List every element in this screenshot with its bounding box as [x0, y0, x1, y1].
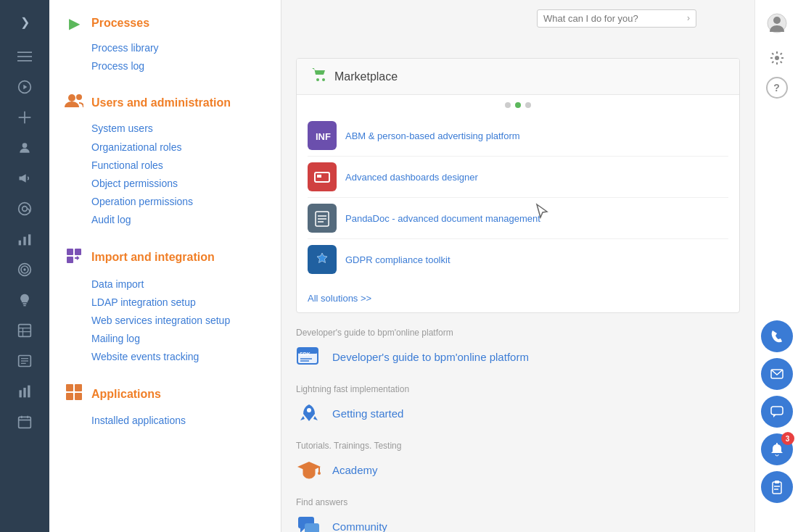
installed-apps-link[interactable]: Installed applications: [91, 412, 281, 430]
marketplace-header: Marketplace: [297, 59, 739, 95]
process-library-link[interactable]: Process library: [91, 39, 281, 57]
audit-log-link[interactable]: Audit log: [91, 211, 281, 229]
sidebar-icon-list[interactable]: [7, 346, 43, 375]
resource-academy-label: Tutorials. Trainings. Testing: [296, 441, 740, 451]
svg-rect-29: [28, 386, 30, 398]
svg-rect-37: [75, 249, 81, 255]
search-bar[interactable]: ›: [537, 9, 696, 28]
web-services-link[interactable]: Web services integration setup: [91, 312, 281, 330]
sidebar-icon-at[interactable]: [7, 194, 43, 223]
svg-rect-2: [17, 60, 32, 62]
marketplace-item: INF ABM & person-based advertising platf…: [308, 115, 728, 157]
svg-point-70: [773, 17, 781, 24]
apps-icon: [64, 383, 84, 404]
main-content: › Marketplace: [281, 0, 754, 532]
menu-icon: [17, 49, 32, 64]
sidebar-icon-chart[interactable]: [7, 225, 43, 254]
resource-academy-link[interactable]: Academy: [296, 457, 740, 483]
svg-rect-75: [773, 482, 781, 494]
operation-permissions-link[interactable]: Operation permissions: [91, 193, 281, 211]
resource-developer-link[interactable]: SDK Developer's guide to bpm'online plat…: [296, 344, 740, 370]
svg-point-34: [68, 94, 75, 101]
sidebar-icon-table[interactable]: [7, 316, 43, 345]
svg-point-61: [307, 408, 311, 412]
marketplace-item: Advanced dashboards designer: [308, 157, 728, 198]
svg-rect-40: [75, 384, 82, 391]
sidebar-icon-add[interactable]: [7, 103, 43, 132]
svg-rect-67: [305, 523, 319, 532]
phone-button[interactable]: [761, 320, 793, 352]
notification-badge: 3: [781, 432, 794, 445]
sidebar-icon-bar-chart[interactable]: [7, 377, 43, 406]
dot-1[interactable]: [505, 102, 511, 108]
import-icon: [64, 247, 84, 268]
calendar-icon: [17, 415, 32, 429]
pandadoc-icon: [308, 204, 337, 233]
nav-panel: ▶ Processes Process library Process log …: [49, 0, 281, 532]
pandadoc-name[interactable]: PandaDoc - advanced document management: [345, 213, 540, 224]
help-button[interactable]: ?: [766, 77, 788, 99]
users-admin-links: System users Organizational roles Functi…: [64, 120, 281, 229]
chat-button[interactable]: [761, 396, 793, 428]
sidebar-icon-play[interactable]: [7, 72, 43, 101]
svg-text:INF: INF: [316, 131, 331, 142]
sidebar-icon-menu[interactable]: [7, 42, 43, 71]
dot-3[interactable]: [525, 102, 531, 108]
org-roles-link[interactable]: Organizational roles: [91, 138, 281, 157]
functional-roles-link[interactable]: Functional roles: [91, 157, 281, 175]
users-admin-title: Users and administration: [91, 96, 231, 109]
resource-getting-started-label: Lightning fast implementation: [296, 384, 740, 394]
dot-2[interactable]: [515, 102, 521, 108]
applications-section: Applications Installed applications: [64, 383, 281, 430]
users-admin-section: Users and administration System users Or…: [64, 93, 281, 229]
marketplace-widget: Marketplace INF ABM & person-based adver…: [296, 58, 740, 313]
sidebar-icon-person[interactable]: [7, 133, 43, 162]
rocket-icon: [296, 400, 322, 426]
marketplace-title: Marketplace: [334, 70, 398, 83]
svg-rect-76: [775, 481, 779, 483]
dashboard-name[interactable]: Advanced dashboards designer: [345, 172, 478, 183]
search-input[interactable]: [543, 13, 687, 24]
process-log-link[interactable]: Process log: [91, 57, 281, 75]
svg-rect-19: [19, 325, 31, 337]
settings-button[interactable]: [761, 42, 793, 74]
abm-icon: INF: [308, 121, 337, 150]
sidebar-icon-target[interactable]: [7, 255, 43, 284]
getting-started-link-text[interactable]: Getting started: [332, 407, 403, 420]
website-events-link[interactable]: Website events tracking: [91, 348, 281, 366]
applications-links: Installed applications: [64, 412, 281, 430]
abm-name[interactable]: ABM & person-based advertising platform: [345, 130, 520, 141]
svg-rect-49: [317, 175, 321, 178]
community-link-text[interactable]: Community: [332, 520, 387, 533]
clipboard-button[interactable]: [761, 471, 793, 503]
mail-button[interactable]: [761, 358, 793, 390]
notification-button[interactable]: 3: [761, 433, 793, 465]
resource-getting-started-link[interactable]: Getting started: [296, 400, 740, 426]
ldap-link[interactable]: LDAP integration setup: [91, 294, 281, 312]
sidebar-icon-calendar[interactable]: [7, 407, 43, 436]
svg-rect-30: [19, 417, 31, 428]
data-import-link[interactable]: Data import: [91, 275, 281, 294]
sidebar-icons: ❯: [0, 0, 49, 532]
svg-point-35: [76, 94, 82, 100]
import-integration-header: Import and integration: [64, 247, 281, 268]
dashboard-icon: [308, 162, 337, 191]
graduation-icon: [296, 457, 322, 483]
svg-point-64: [318, 472, 321, 475]
at-icon: [17, 201, 32, 216]
import-integration-links: Data import LDAP integration setup Web s…: [64, 275, 281, 367]
user-profile-button[interactable]: [761, 7, 793, 39]
developer-guide-link-text[interactable]: Developer's guide to bpm'online platform: [332, 351, 529, 363]
svg-rect-13: [28, 234, 30, 245]
academy-link-text[interactable]: Academy: [332, 464, 378, 476]
person-icon: [17, 141, 32, 155]
object-permissions-link[interactable]: Object permissions: [91, 175, 281, 193]
mailing-log-link[interactable]: Mailing log: [91, 330, 281, 348]
all-solutions-link[interactable]: All solutions >>: [297, 287, 739, 312]
gdpr-name[interactable]: GDPR compliance toolkit: [345, 254, 451, 265]
system-users-link[interactable]: System users: [91, 120, 281, 138]
sidebar-icon-megaphone[interactable]: [7, 164, 43, 193]
resource-community-link[interactable]: Community: [296, 513, 740, 532]
sidebar-icon-lightbulb[interactable]: [7, 286, 43, 315]
collapse-button[interactable]: ❯: [7, 7, 43, 36]
